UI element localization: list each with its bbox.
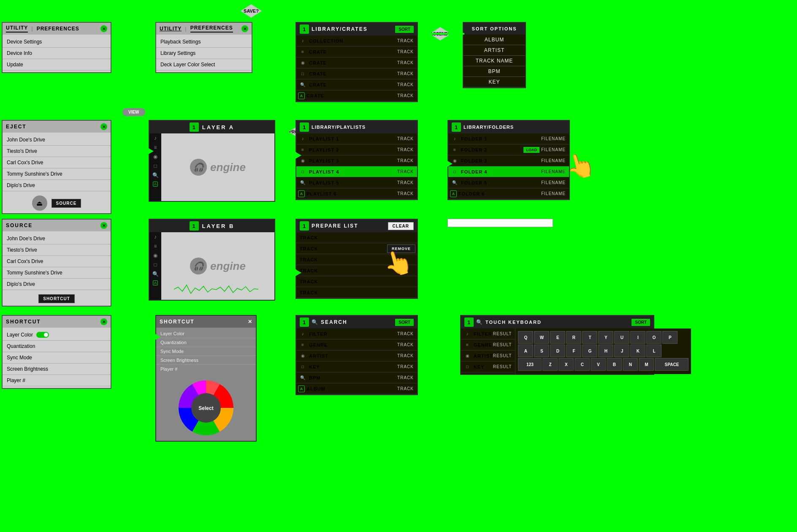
load-button[interactable]: LOAD bbox=[523, 147, 539, 153]
shortcut-popup-close[interactable]: ✕ bbox=[248, 319, 252, 325]
search-row-3[interactable]: □ KEY TRACK bbox=[296, 361, 417, 372]
key-x[interactable]: X bbox=[558, 358, 574, 371]
key-123[interactable]: 123 bbox=[518, 358, 542, 371]
shortcut-item-2[interactable]: Sync Mode bbox=[156, 347, 256, 356]
folder-row-2[interactable]: ◉ FOLDER 3 FILENAME bbox=[448, 155, 569, 166]
source-button[interactable]: SOURCE bbox=[52, 199, 81, 208]
sort-album[interactable]: ALBUM bbox=[464, 35, 525, 45]
shortcut-item-3[interactable]: Screen Brightness bbox=[156, 356, 256, 365]
key-g[interactable]: G bbox=[582, 345, 597, 357]
key-t[interactable]: T bbox=[582, 331, 597, 344]
drive-item-0[interactable]: John Doe's Drive bbox=[3, 134, 111, 146]
kb-row-1[interactable]: ≡ GENRE RESULT bbox=[461, 339, 515, 350]
drive-item-3[interactable]: Tommy Sunshine's Drive bbox=[3, 168, 111, 180]
key-q[interactable]: Q bbox=[518, 331, 533, 344]
sort-key[interactable]: KEY bbox=[464, 77, 525, 87]
drive-item-1[interactable]: Tiesto's Drive bbox=[3, 146, 111, 157]
crates-sort-button[interactable]: SORT bbox=[395, 26, 414, 33]
key-c[interactable]: C bbox=[575, 358, 590, 371]
key-l[interactable]: L bbox=[646, 345, 661, 357]
folder-row-5[interactable]: A FOLDER 6 FILENAME bbox=[448, 188, 569, 199]
device-settings-item[interactable]: Device Settings bbox=[3, 36, 111, 48]
key-z[interactable]: Z bbox=[542, 358, 558, 371]
playback-settings-item[interactable]: Playback Settings bbox=[156, 36, 252, 48]
key-n[interactable]: N bbox=[623, 358, 638, 371]
key-a[interactable]: A bbox=[518, 345, 533, 357]
playlist-row-5[interactable]: A PLAYLIST 6 TRACK bbox=[296, 188, 417, 199]
key-d[interactable]: D bbox=[550, 345, 565, 357]
playlist-row-1[interactable]: ≡ PLAYLIST 2 TRACK bbox=[296, 144, 417, 155]
crates-row-4[interactable]: 🔍 CRATE TRACK bbox=[296, 79, 417, 90]
key-b[interactable]: B bbox=[607, 358, 622, 371]
drive-item-4[interactable]: Diplo's Drive bbox=[3, 180, 111, 191]
playlist-row-4[interactable]: 🔍 PLAYLIST 5 TRACK bbox=[296, 177, 417, 188]
playlist-row-3[interactable]: □ PLAYLIST 4 TRACK bbox=[296, 166, 417, 177]
sort-track-name[interactable]: TRACK NAME bbox=[464, 56, 525, 66]
key-v[interactable]: V bbox=[591, 358, 606, 371]
key-h[interactable]: H bbox=[598, 345, 613, 357]
crates-row-2[interactable]: ◉ CRATE TRACK bbox=[296, 57, 417, 68]
shortcut-item-4[interactable]: Player # bbox=[156, 365, 256, 373]
player-num-item[interactable]: Player # bbox=[3, 375, 111, 386]
deck-layer-color-item[interactable]: Deck Layer Color Select bbox=[156, 59, 252, 71]
utility-tab2[interactable]: UTILITY bbox=[160, 26, 182, 32]
shortcut-item-0[interactable]: Layer Color bbox=[156, 329, 256, 338]
utility-tab[interactable]: UTILITY bbox=[6, 25, 28, 33]
prepare-row-5[interactable]: TRACK bbox=[296, 287, 417, 298]
playlist-row-0[interactable]: ♪ PLAYLIST 1 TRACK bbox=[296, 133, 417, 144]
key-o[interactable]: O bbox=[646, 331, 661, 344]
layer-color-toggle[interactable] bbox=[36, 332, 49, 338]
key-f[interactable]: F bbox=[566, 345, 581, 357]
source-close-icon[interactable]: ✕ bbox=[100, 222, 107, 229]
save-diamond[interactable]: SAVE? bbox=[232, 3, 270, 19]
close-icon[interactable]: ✕ bbox=[100, 25, 107, 32]
view-button[interactable]: VIEW bbox=[122, 108, 145, 116]
crates-row-3[interactable]: □ CRATE TRACK bbox=[296, 68, 417, 79]
folder-row-1[interactable]: ≡ FOLDER 2 LOAD FILENAME bbox=[448, 144, 569, 155]
shortcut-item-1[interactable]: Quantization bbox=[156, 338, 256, 347]
drive-item-2[interactable]: Carl Cox's Drive bbox=[3, 157, 111, 168]
key-r[interactable]: R bbox=[566, 331, 581, 344]
prepare-row-4[interactable]: TRACK bbox=[296, 276, 417, 287]
key-i[interactable]: I bbox=[630, 331, 645, 344]
crates-row-5[interactable]: A CRATE TRACK bbox=[296, 90, 417, 101]
key-y[interactable]: Y bbox=[598, 331, 613, 344]
search-row-5[interactable]: A ALBUM TRACK bbox=[296, 383, 417, 394]
key-m[interactable]: M bbox=[639, 358, 654, 371]
key-j[interactable]: J bbox=[614, 345, 629, 357]
eject-close-icon[interactable]: ✕ bbox=[100, 123, 107, 130]
key-w[interactable]: W bbox=[534, 331, 549, 344]
key-space[interactable]: SPACE bbox=[655, 358, 689, 371]
device-info-item[interactable]: Device Info bbox=[3, 48, 111, 59]
folder-row-4[interactable]: 🔍 FOLDER 5 FILENAME bbox=[448, 177, 569, 188]
kb-row-2[interactable]: ◉ ARTIST RESULT bbox=[461, 350, 515, 361]
crates-row-1[interactable]: ≡ CRATE TRACK bbox=[296, 46, 417, 57]
playlist-row-2[interactable]: ◉ PLAYLIST 3 TRACK bbox=[296, 155, 417, 166]
eject-button[interactable]: ⏏ bbox=[32, 195, 47, 211]
source-drive-4[interactable]: Diplo's Drive bbox=[3, 279, 111, 290]
key-k[interactable]: K bbox=[630, 345, 645, 357]
search-row-1[interactable]: ≡ GENRE TRACK bbox=[296, 339, 417, 350]
layer-color-item[interactable]: Layer Color bbox=[3, 329, 111, 341]
quantization-item[interactable]: Quantization bbox=[3, 341, 111, 352]
clear-button[interactable]: CLEAR bbox=[388, 222, 414, 230]
sort-bpm[interactable]: BPM bbox=[464, 66, 525, 77]
search-row-0[interactable]: ♪ FILTER TRACK bbox=[296, 328, 417, 339]
search-row-4[interactable]: 🔍 BPM TRACK bbox=[296, 372, 417, 383]
close-icon2[interactable]: ✕ bbox=[241, 25, 248, 32]
shortcut-button-source[interactable]: SHORTCUT bbox=[38, 294, 75, 303]
key-e[interactable]: E bbox=[550, 331, 565, 344]
prepare-row-0[interactable]: TRACK bbox=[296, 232, 417, 243]
shortcut-close-icon[interactable]: ✕ bbox=[100, 318, 107, 325]
search-row-2[interactable]: ◉ ARTIST TRACK bbox=[296, 350, 417, 361]
key-s[interactable]: S bbox=[534, 345, 549, 357]
preferences-tab[interactable]: PREFERENCES bbox=[37, 26, 79, 32]
source-drive-1[interactable]: Tiesto's Drive bbox=[3, 244, 111, 256]
search-sort-button[interactable]: SORT bbox=[395, 319, 414, 326]
update-item[interactable]: Update bbox=[3, 59, 111, 71]
color-wheel[interactable]: Select bbox=[176, 378, 236, 437]
source-drive-3[interactable]: Tommy Sunshine's Drive bbox=[3, 267, 111, 279]
sort-artist[interactable]: ARTIST bbox=[464, 45, 525, 56]
key-p[interactable]: P bbox=[662, 331, 678, 344]
key-u[interactable]: U bbox=[614, 331, 629, 344]
